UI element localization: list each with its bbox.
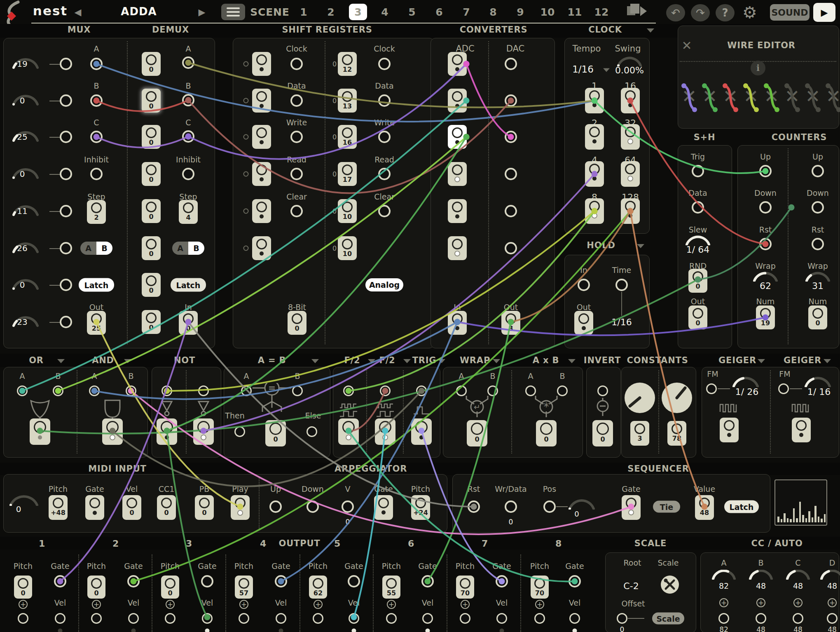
- counter-rst-port[interactable]: [812, 238, 824, 250]
- output-cv-port[interactable]: [165, 613, 175, 624]
- sr-label-port[interactable]: [290, 168, 303, 180]
- cc-port[interactable]: [827, 613, 838, 624]
- output-cv-port[interactable]: [460, 613, 470, 624]
- demux-in-port[interactable]: 0: [179, 311, 198, 335]
- constant1-knob[interactable]: [622, 381, 657, 415]
- sh-trig-port[interactable]: [692, 165, 704, 177]
- output-vel-port[interactable]: [55, 613, 66, 624]
- output-pitch-port[interactable]: 57: [235, 576, 253, 599]
- logic-dropdown-icon[interactable]: [368, 359, 375, 363]
- not2-in-port[interactable]: [198, 385, 209, 396]
- output-gate-port[interactable]: [496, 575, 508, 587]
- geiger1-out-port[interactable]: [720, 418, 739, 442]
- cc-knob[interactable]: [786, 570, 810, 580]
- logic-dropdown-icon[interactable]: [758, 359, 765, 363]
- hold-in-port[interactable]: [578, 279, 590, 291]
- output-pitch-port[interactable]: 55: [382, 576, 400, 599]
- logic-dropdown-icon[interactable]: [403, 359, 411, 363]
- wire-delete-button[interactable]: ✕: [783, 80, 802, 115]
- output-vel-port[interactable]: [349, 613, 359, 624]
- output-cv-port[interactable]: [91, 613, 102, 624]
- mux-knob[interactable]: [11, 273, 40, 290]
- demux-row-port[interactable]: 0: [142, 52, 161, 76]
- seq-gate-port[interactable]: [622, 495, 641, 520]
- scene-tab[interactable]: 6: [435, 6, 442, 18]
- and-out-port[interactable]: [102, 418, 123, 445]
- output-transpose-icon[interactable]: +: [166, 600, 175, 609]
- sr-port[interactable]: [252, 236, 271, 260]
- mux-row-port[interactable]: [60, 316, 72, 328]
- or-a-port[interactable]: [17, 385, 28, 396]
- mux-out-port[interactable]: 25: [87, 311, 106, 335]
- mux-row-port[interactable]: [60, 94, 72, 107]
- sr-port[interactable]: [252, 162, 271, 186]
- demux-ab-a[interactable]: A: [172, 242, 188, 255]
- constant2-knob[interactable]: [660, 381, 694, 415]
- seq-pos-knob[interactable]: [568, 498, 596, 510]
- wrap-out-port[interactable]: 0: [467, 420, 487, 446]
- sr-label-port[interactable]: [378, 205, 391, 217]
- invert-in-port[interactable]: [597, 385, 608, 396]
- geiger2-value[interactable]: 1/ 16: [807, 387, 831, 397]
- scale-quantize-button[interactable]: Scale: [652, 613, 684, 625]
- clock-division-port[interactable]: [621, 124, 640, 150]
- clock-division-port[interactable]: [585, 88, 604, 113]
- help-button[interactable]: ?: [716, 4, 735, 21]
- output-cv-port[interactable]: [239, 613, 249, 624]
- mux-latch-button[interactable]: Latch: [79, 278, 114, 292]
- f2a-in-port[interactable]: [343, 385, 354, 396]
- constant2-out-port[interactable]: 78: [667, 421, 686, 446]
- output-pitch-port[interactable]: 0: [161, 576, 179, 599]
- clock-division-port[interactable]: [585, 161, 604, 187]
- scene-tab[interactable]: 2: [327, 6, 334, 18]
- mux-row-port[interactable]: [60, 279, 72, 291]
- wire-delete-button[interactable]: ✕: [803, 80, 822, 115]
- axb-a-port[interactable]: [525, 385, 536, 396]
- sr-port[interactable]: 13: [338, 89, 357, 113]
- sr-label-port[interactable]: [290, 131, 303, 143]
- clock-division-port[interactable]: [585, 124, 604, 150]
- wire-editor-info-button[interactable]: i: [751, 61, 765, 75]
- output-transpose-icon[interactable]: +: [535, 600, 544, 609]
- sr-mini-port[interactable]: [243, 134, 249, 140]
- demux-ab-b[interactable]: B: [188, 242, 204, 255]
- sr-port[interactable]: 12: [338, 52, 357, 76]
- sr-analog-button[interactable]: Analog: [365, 278, 403, 291]
- demux-row-port[interactable]: 0: [142, 236, 161, 260]
- undo-button[interactable]: ↶: [666, 4, 685, 21]
- output-gate-port[interactable]: [569, 575, 581, 587]
- midi-port[interactable]: [85, 495, 104, 520]
- preset-next-button[interactable]: ▶: [199, 7, 206, 17]
- counter-rst-port[interactable]: [759, 238, 772, 250]
- play-button[interactable]: ▶: [813, 3, 835, 22]
- scale-root-value[interactable]: C-2: [623, 581, 639, 591]
- geiger1-knob[interactable]: [732, 376, 760, 387]
- cc-knob[interactable]: [749, 570, 773, 580]
- sr-label-port[interactable]: [378, 94, 391, 107]
- mux-row-port[interactable]: [60, 131, 72, 143]
- cc-transpose-icon[interactable]: +: [793, 598, 803, 607]
- sr-mini-port[interactable]: [243, 98, 249, 103]
- sr-label-port[interactable]: [378, 131, 391, 143]
- output-vel-port[interactable]: [128, 613, 139, 624]
- dac-port[interactable]: [505, 242, 517, 254]
- midi-port[interactable]: 0: [195, 495, 214, 520]
- scene-tab[interactable]: 11: [568, 6, 582, 18]
- clock-dropdown-icon[interactable]: [647, 28, 654, 33]
- output-cv-port[interactable]: [386, 613, 397, 624]
- arp-down-port[interactable]: [307, 500, 319, 513]
- mux-row-port[interactable]: [60, 205, 72, 217]
- f2b-out-port[interactable]: [375, 418, 395, 445]
- preset-name[interactable]: ADDA: [121, 5, 157, 18]
- output-pitch-port[interactable]: 0: [14, 576, 32, 599]
- mux-inhibit-port[interactable]: [90, 168, 103, 180]
- demux-row-port[interactable]: 0: [142, 273, 161, 297]
- sr-port[interactable]: [252, 52, 271, 76]
- counter-num-port[interactable]: 0: [808, 305, 827, 329]
- cc-transpose-icon[interactable]: +: [828, 598, 837, 607]
- invert-out-port[interactable]: 0: [592, 420, 613, 446]
- swing-value[interactable]: 0.00%: [615, 65, 644, 75]
- sr-port[interactable]: [252, 125, 271, 149]
- hold-time-value[interactable]: 1/16: [611, 317, 632, 327]
- scene-tab[interactable]: 12: [594, 6, 609, 18]
